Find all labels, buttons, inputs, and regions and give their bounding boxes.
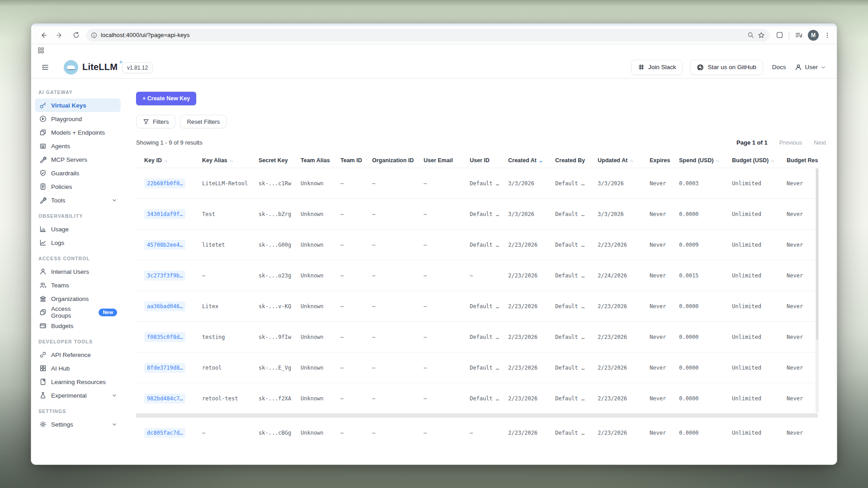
sort-desc-icon[interactable]: ⌄ xyxy=(539,158,543,163)
cell-created-by: Default … xyxy=(547,291,590,322)
key-id-link[interactable]: dc805fac7d… xyxy=(144,428,185,438)
sidebar-item-internal-users[interactable]: Internal Users xyxy=(35,265,121,278)
cell-organization-id: – xyxy=(364,291,415,322)
apps-grid-icon[interactable] xyxy=(38,47,44,54)
sort-updown-icon[interactable]: ↑↓ xyxy=(630,159,633,163)
sidebar-item-organizations[interactable]: Organizations xyxy=(35,292,121,305)
key-id-link[interactable]: aa36bad046… xyxy=(144,301,185,311)
media-controls-icon[interactable] xyxy=(795,31,802,39)
sidebar-item-agents[interactable]: Agents xyxy=(35,139,121,153)
cell-secret-key: sk-...G00g xyxy=(250,230,292,260)
sidebar-item-guardrails[interactable]: Guardrails xyxy=(35,166,121,180)
cell-key-id: 22b68fb0f0… xyxy=(136,168,194,199)
column-header-budget-reset[interactable]: Budget Reset xyxy=(778,154,818,168)
extensions-icon[interactable] xyxy=(776,31,783,39)
wallet-icon xyxy=(39,322,47,329)
cell-secret-key: sk-...E_Vg xyxy=(250,352,292,383)
sidebar-item-logs[interactable]: Logs xyxy=(35,236,121,249)
column-header-team-id[interactable]: Team ID xyxy=(332,154,364,168)
sidebar-item-settings[interactable]: Settings xyxy=(35,418,121,431)
horizontal-scrollbar[interactable] xyxy=(136,414,818,418)
sidebar-item-access-groups[interactable]: Access Groups New xyxy=(35,305,121,319)
forward-icon[interactable] xyxy=(54,29,66,41)
cell-expires: Never xyxy=(642,260,671,291)
address-bar[interactable]: localhost:4000/ui/?page=api-keys xyxy=(86,29,769,42)
docs-link[interactable]: Docs xyxy=(772,64,786,70)
brand[interactable]: LiteLLM xyxy=(64,60,118,75)
collapse-sidebar-icon[interactable] xyxy=(38,61,52,74)
sidebar-item-policies[interactable]: Policies xyxy=(35,180,121,193)
zoom-icon[interactable] xyxy=(747,32,754,38)
cell-user-id: Default … xyxy=(462,199,500,230)
cell-created-by: Default … xyxy=(547,168,590,199)
cell-key-id: f0835c0f8d… xyxy=(136,322,194,352)
cell-team-id: – xyxy=(332,418,364,448)
bookmark-star-icon[interactable] xyxy=(758,32,765,39)
column-header-user-id[interactable]: User ID xyxy=(462,154,500,168)
sidebar-item-models-endpoints[interactable]: Models + Endpoints xyxy=(35,126,121,139)
column-header-key-id[interactable]: Key ID↑↓ xyxy=(136,154,194,168)
column-header-user-email[interactable]: User Email xyxy=(415,154,462,168)
key-id-link[interactable]: 8fde3719d8… xyxy=(144,363,185,373)
cell-secret-key: sk-...bZrg xyxy=(250,199,292,230)
vertical-scrollbar[interactable] xyxy=(816,168,819,413)
browser-profile-avatar[interactable]: M xyxy=(808,30,819,41)
browser-menu-icon[interactable] xyxy=(824,32,830,39)
sidebar-item-budgets[interactable]: Budgets xyxy=(35,319,121,333)
sidebar-item-teams[interactable]: Teams xyxy=(35,278,121,292)
create-new-key-button[interactable]: + Create New Key xyxy=(136,92,196,105)
filters-button[interactable]: Filters xyxy=(136,115,175,128)
cell-team-id: – xyxy=(332,199,364,230)
cell-user-email: – xyxy=(415,322,462,352)
sidebar-item-ai-hub[interactable]: AI Hub xyxy=(35,361,121,375)
cell-team-alias: Unknown xyxy=(292,291,332,322)
cell-created-by: Default … xyxy=(547,352,590,383)
key-id-link[interactable]: 34301daf9f… xyxy=(144,209,185,219)
cell-organization-id: – xyxy=(364,230,415,260)
sidebar-item-usage[interactable]: Usage xyxy=(35,222,121,236)
url-text[interactable]: localhost:4000/ui/?page=api-keys xyxy=(101,32,744,38)
sort-updown-icon[interactable]: ↑↓ xyxy=(164,159,167,163)
cell-organization-id: – xyxy=(364,260,415,291)
next-page-button[interactable]: Next xyxy=(814,139,826,146)
column-header-expires[interactable]: Expires xyxy=(642,154,671,168)
reset-filters-button[interactable]: Reset Filters xyxy=(180,115,226,128)
sort-updown-icon[interactable]: ↑↓ xyxy=(716,159,719,163)
column-header-organization-id[interactable]: Organization ID xyxy=(364,154,415,168)
column-header-team-alias[interactable]: Team Alias xyxy=(292,154,332,168)
cell-spend-usd: 0.0000 xyxy=(671,383,724,414)
user-menu[interactable]: User xyxy=(795,64,826,71)
column-header-secret-key[interactable]: Secret Key xyxy=(250,154,292,168)
cell-budget-reset: Never xyxy=(778,418,818,448)
column-header-spend-usd[interactable]: Spend (USD)↑↓ xyxy=(671,154,724,168)
key-id-link[interactable]: 3c273f3f9b… xyxy=(144,271,185,281)
key-id-link[interactable]: 982bd484c7… xyxy=(144,394,185,404)
sort-updown-icon[interactable]: ↑↓ xyxy=(230,159,233,163)
star-github-button[interactable]: Star us on GitHub xyxy=(690,60,763,75)
column-header-updated-at[interactable]: Updated At↑↓ xyxy=(590,154,642,168)
previous-page-button[interactable]: Previous xyxy=(779,139,802,146)
reload-icon[interactable] xyxy=(70,29,82,41)
column-header-key-alias[interactable]: Key Alias↑↓ xyxy=(194,154,250,168)
sidebar-item-tools[interactable]: Tools xyxy=(35,193,121,207)
sort-updown-icon[interactable]: ↑↓ xyxy=(771,159,774,163)
cell-created-by: Default … xyxy=(547,322,590,352)
join-slack-button[interactable]: Join Slack xyxy=(631,60,683,75)
sidebar-item-playground[interactable]: Playground xyxy=(35,112,121,126)
back-icon[interactable] xyxy=(38,29,49,41)
sidebar-item-api-reference[interactable]: API Reference xyxy=(35,348,121,361)
key-id-link[interactable]: 22b68fb0f0… xyxy=(144,178,185,188)
key-id-link[interactable]: f0835c0f8d… xyxy=(144,332,185,342)
sidebar-item-mcp-servers[interactable]: MCP Servers xyxy=(35,153,121,166)
column-header-created-at[interactable]: Created At⌄ xyxy=(500,154,547,168)
sidebar-item-experimental[interactable]: Experimental xyxy=(35,389,121,402)
column-header-budget-usd[interactable]: Budget (USD)↑↓ xyxy=(724,154,778,168)
site-info-icon[interactable] xyxy=(91,32,97,38)
key-id-link[interactable]: 45708b2ee4… xyxy=(144,240,185,250)
user-icon xyxy=(39,268,47,275)
section-label-developer-tools: DEVELOPER TOOLS xyxy=(31,333,125,348)
sidebar-item-virtual-keys[interactable]: Virtual Keys xyxy=(35,99,121,112)
sidebar-item-learning-resources[interactable]: Learning Resources xyxy=(35,375,121,389)
cell-key-id: 3c273f3f9b… xyxy=(136,260,194,291)
column-header-created-by[interactable]: Created By xyxy=(547,154,590,168)
